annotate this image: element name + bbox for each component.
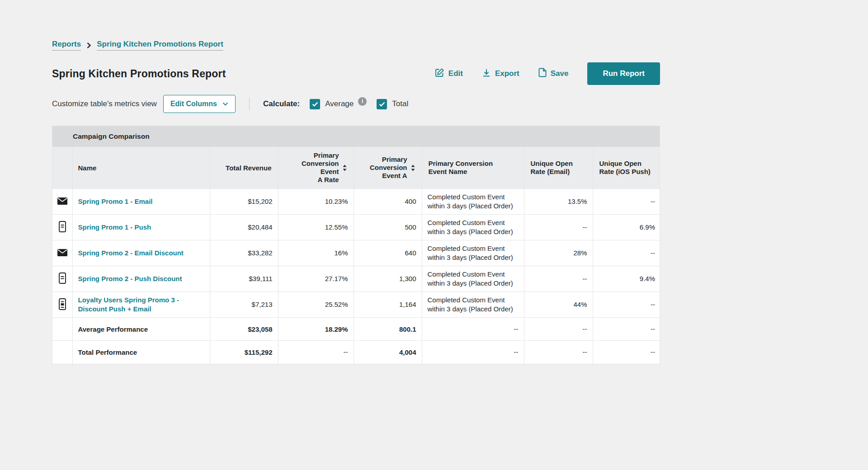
column-header-primary-conversion-rate[interactable]: Primary Conversion Event A Rate: [278, 147, 354, 189]
conversion-event-cell: 640: [354, 240, 422, 266]
conversion-rate-cell: 16%: [278, 240, 354, 266]
campaign-link[interactable]: Spring Promo 1 - Push: [78, 223, 151, 231]
total-checkbox[interactable]: [377, 99, 387, 109]
conversion-event-cell: 1,164: [354, 292, 422, 318]
table-row: Loyalty Users Spring Promo 3 - Discount …: [52, 292, 660, 318]
open-rate-email-cell: 13.5%: [524, 189, 593, 215]
email-icon: [52, 189, 72, 215]
email-icon: [52, 240, 72, 266]
column-header-icon: [52, 147, 72, 189]
export-button[interactable]: Export: [482, 68, 519, 80]
total-checkbox-group[interactable]: Total: [377, 99, 408, 109]
campaign-link[interactable]: Spring Promo 1 - Email: [78, 197, 153, 205]
table-row: Spring Promo 1 - Push $20,484 12.55% 500…: [52, 215, 660, 240]
calculate-label: Calculate:: [263, 99, 300, 108]
conversion-rate-cell: 12.55%: [278, 215, 354, 240]
vertical-divider: [249, 97, 250, 111]
summary-label: Average Performance: [72, 318, 210, 341]
edit-button[interactable]: Edit: [435, 68, 463, 80]
checkmark-icon: [379, 102, 385, 107]
page-container: Reports Spring Kitchen Promotions Report…: [52, 0, 660, 364]
sort-icon[interactable]: [410, 164, 415, 171]
column-header-unique-open-rate-email: Unique Open Rate (Email): [524, 147, 593, 189]
table-header-row: Name Total Revenue Primary Conversion Ev…: [52, 147, 660, 189]
total-revenue-cell: $7,213: [210, 292, 278, 318]
run-report-button[interactable]: Run Report: [587, 62, 660, 85]
edit-pencil-icon: [435, 68, 444, 80]
table-row: Spring Promo 1 - Email $15,202 10.23% 40…: [52, 189, 660, 215]
conversion-rate-cell: 10.23%: [278, 189, 354, 215]
mobile-and-email-icon: [52, 292, 72, 318]
open-rate-push-cell: --: [593, 341, 660, 364]
chevron-down-icon: [222, 100, 228, 108]
mobile-push-icon: [52, 215, 72, 240]
open-rate-push-cell: --: [593, 189, 660, 215]
average-checkbox-label[interactable]: Average: [325, 99, 354, 108]
customize-metrics-label: Customize table's metrics view: [52, 99, 157, 108]
column-header-primary-conversion-event-name: Primary Conversion Event Name: [422, 147, 524, 189]
total-checkbox-label[interactable]: Total: [392, 99, 408, 108]
open-rate-email-cell: 28%: [524, 240, 593, 266]
metrics-controls: Customize table's metrics view Edit Colu…: [52, 95, 660, 113]
column-header-total-revenue: Total Revenue: [210, 147, 278, 189]
open-rate-push-cell: --: [593, 318, 660, 341]
conversion-rate-cell: --: [278, 341, 354, 364]
download-icon: [482, 68, 491, 80]
checkmark-icon: [312, 102, 318, 107]
breadcrumb-current-report-link[interactable]: Spring Kitchen Promotions Report: [97, 40, 223, 51]
campaign-comparison-table: Campaign Comparison Name Total Revenue P…: [52, 126, 660, 364]
conversion-event-cell: 500: [354, 215, 422, 240]
sort-icon[interactable]: [342, 164, 347, 171]
open-rate-email-cell: --: [524, 341, 593, 364]
breadcrumb: Reports Spring Kitchen Promotions Report: [52, 40, 660, 51]
chevron-right-icon: [86, 42, 91, 49]
conversion-event-cell: 800.1: [354, 318, 422, 341]
average-checkbox[interactable]: [310, 99, 320, 109]
title-row: Spring Kitchen Promotions Report Edit Ex…: [52, 62, 660, 85]
open-rate-email-cell: --: [524, 215, 593, 240]
conversion-rate-cell: 18.29%: [278, 318, 354, 341]
table-row: Spring Promo 2 - Push Discount $39,111 2…: [52, 266, 660, 292]
total-revenue-cell: $115,292: [210, 341, 278, 364]
open-rate-email-cell: 44%: [524, 292, 593, 318]
event-name-cell: Completed Custom Event within 3 days (Pl…: [428, 270, 513, 287]
conversion-event-cell: 400: [354, 189, 422, 215]
campaign-link[interactable]: Spring Promo 2 - Email Discount: [78, 249, 184, 257]
open-rate-email-cell: --: [524, 318, 593, 341]
breadcrumb-reports-link[interactable]: Reports: [52, 40, 81, 51]
conversion-event-cell: 4,004: [354, 341, 422, 364]
campaign-link[interactable]: Spring Promo 2 - Push Discount: [78, 275, 182, 282]
open-rate-push-cell: --: [593, 292, 660, 318]
average-checkbox-group[interactable]: Average: [310, 99, 354, 109]
column-header-name: Name: [72, 147, 210, 189]
event-name-cell: Completed Custom Event within 3 days (Pl…: [428, 219, 513, 235]
file-save-icon: [538, 68, 547, 80]
open-rate-email-cell: --: [524, 266, 593, 292]
total-revenue-cell: $23,058: [210, 318, 278, 341]
event-name-cell: Completed Custom Event within 3 days (Pl…: [428, 244, 513, 261]
event-name-cell: Completed Custom Event within 3 days (Pl…: [428, 296, 513, 313]
conversion-rate-cell: 25.52%: [278, 292, 354, 318]
table-row: Spring Promo 2 - Email Discount $33,282 …: [52, 240, 660, 266]
info-icon[interactable]: i: [358, 97, 367, 106]
mobile-push-icon: [52, 266, 72, 292]
campaign-link[interactable]: Loyalty Users Spring Promo 3 - Discount …: [78, 296, 179, 313]
total-revenue-cell: $39,111: [210, 266, 278, 292]
total-revenue-cell: $15,202: [210, 189, 278, 215]
toolbar: Edit Export Save Run Report: [435, 62, 660, 85]
edit-columns-dropdown[interactable]: Edit Columns: [163, 95, 236, 113]
total-revenue-cell: $33,282: [210, 240, 278, 266]
summary-row-average: Average Performance $23,058 18.29% 800.1…: [52, 318, 660, 341]
conversion-rate-cell: 27.17%: [278, 266, 354, 292]
save-button[interactable]: Save: [538, 68, 569, 80]
summary-row-total: Total Performance $115,292 -- 4,004 -- -…: [52, 341, 660, 364]
event-name-cell: --: [422, 318, 524, 341]
page-title: Spring Kitchen Promotions Report: [52, 68, 226, 80]
column-header-primary-conversion-event[interactable]: Primary Conversion Event A: [354, 147, 422, 189]
event-name-cell: --: [422, 341, 524, 364]
event-name-cell: Completed Custom Event within 3 days (Pl…: [428, 193, 513, 210]
total-revenue-cell: $20,484: [210, 215, 278, 240]
summary-label: Total Performance: [72, 341, 210, 364]
table-title: Campaign Comparison: [52, 126, 660, 147]
open-rate-push-cell: 6.9%: [593, 215, 660, 240]
